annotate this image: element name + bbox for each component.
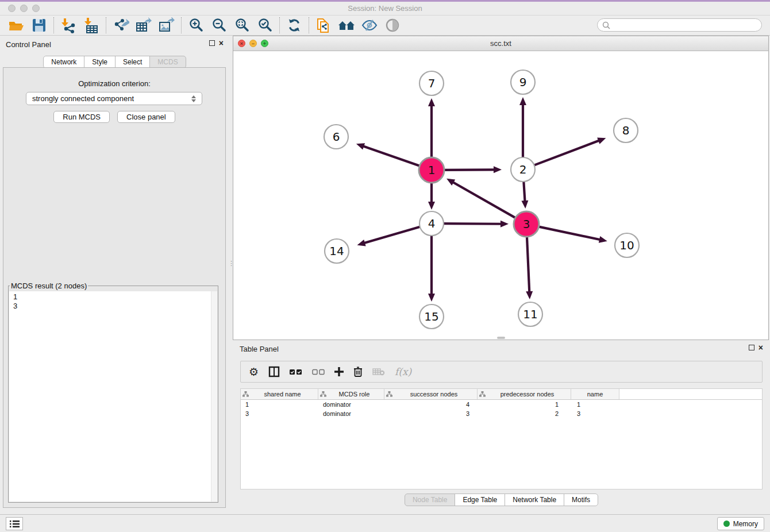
column-type-icon [242, 391, 249, 397]
refresh-button[interactable] [283, 17, 306, 34]
create-column-button[interactable] [334, 367, 344, 376]
cell-mcds-role[interactable]: dominator [318, 401, 384, 408]
mcds-result-text[interactable]: 1 3 [9, 291, 217, 502]
cell-shared-name[interactable]: 1 [241, 401, 318, 408]
zoom-in-button[interactable] [184, 17, 207, 34]
duplicate-network-button[interactable] [312, 17, 335, 34]
column-header-shared-name[interactable]: shared name [241, 389, 318, 399]
table-settings-button[interactable]: ⚙ [249, 365, 259, 379]
close-panel-icon[interactable]: × [219, 40, 224, 46]
tab-network[interactable]: Network [43, 56, 84, 68]
search-input[interactable] [613, 21, 757, 29]
table-panel-tabs: Node Table Edge Table Network Table Moti… [233, 494, 770, 506]
zoom-selected-button[interactable] [253, 17, 276, 34]
tab-node-table[interactable]: Node Table [405, 494, 456, 506]
float-panel-icon[interactable] [209, 40, 215, 46]
table-row[interactable]: 1 dominator 4 1 1 [241, 400, 762, 409]
result-line: 3 [13, 302, 217, 311]
export-image-button[interactable] [155, 17, 178, 34]
cell-name[interactable]: 1 [571, 401, 619, 408]
graph-edge-1-6[interactable] [362, 146, 420, 166]
network-view-window: × − + scc.txt 1234678910111415 [233, 36, 769, 340]
graph-node-label: 1 [428, 163, 436, 177]
zoom-selected-icon [257, 17, 273, 33]
table-row[interactable]: 3 dominator 3 2 3 [241, 409, 762, 418]
show-columns-button[interactable] [268, 366, 280, 377]
cell-successor-nodes[interactable]: 3 [384, 410, 478, 417]
graph-edge-4-3[interactable] [443, 223, 502, 224]
table-panel: Table Panel × ⚙ f(x) share [233, 342, 770, 510]
tab-mcds[interactable]: MCDS [149, 56, 186, 68]
cell-predecessor-nodes[interactable]: 1 [478, 401, 571, 408]
network-graph[interactable]: 1234678910111415 [233, 51, 768, 340]
home-view-button[interactable] [335, 17, 358, 34]
hide-graphics-button[interactable] [358, 17, 381, 34]
graph-node-label: 7 [428, 76, 436, 90]
close-panel-button[interactable]: Close panel [117, 111, 175, 123]
graph-edge-1-2[interactable] [444, 169, 495, 170]
graph-arrowhead [500, 221, 509, 228]
graph-edge-2-3[interactable] [523, 181, 525, 202]
memory-button[interactable]: Memory [717, 517, 764, 530]
cell-successor-nodes[interactable]: 4 [384, 401, 478, 408]
graph-edge-3-1[interactable] [452, 182, 516, 218]
show-tasks-button[interactable] [6, 517, 23, 530]
function-builder-button[interactable]: f(x) [395, 366, 411, 377]
run-mcds-button[interactable]: Run MCDS [53, 111, 110, 123]
save-session-button[interactable] [28, 17, 51, 34]
zoom-out-button[interactable] [207, 17, 230, 34]
export-network-button[interactable] [109, 17, 132, 34]
column-header-mcds-role[interactable]: MCDS role [318, 389, 384, 399]
criterion-select[interactable]: strongly connected component [26, 92, 202, 105]
refresh-icon [286, 17, 302, 33]
graph-edge-4-14[interactable] [363, 227, 421, 244]
network-scrollbar-handle[interactable] [497, 337, 505, 339]
graph-edge-2-8[interactable] [534, 140, 600, 165]
columns-icon [268, 366, 280, 377]
birdseye-view-button[interactable] [381, 17, 404, 34]
toolbar-separator [106, 17, 106, 33]
graph-node-label: 14 [329, 244, 344, 258]
open-session-button[interactable] [5, 17, 28, 34]
export-table-button[interactable] [132, 17, 155, 34]
unselect-all-columns-button[interactable] [312, 369, 325, 375]
cell-shared-name[interactable]: 3 [241, 410, 318, 417]
delete-table-icon [372, 368, 385, 376]
search-icon [602, 21, 610, 29]
tab-network-table[interactable]: Network Table [505, 494, 564, 506]
column-header-successor-nodes[interactable]: successor nodes [384, 389, 478, 399]
column-header-name[interactable]: name [571, 389, 619, 399]
tab-edge-table[interactable]: Edge Table [455, 494, 505, 506]
network-canvas[interactable]: 1234678910111415 [233, 51, 768, 340]
tab-style[interactable]: Style [84, 56, 116, 68]
graph-arrowhead [428, 294, 435, 302]
cell-name[interactable]: 3 [571, 410, 619, 417]
tab-select[interactable]: Select [115, 56, 150, 68]
save-disk-icon [32, 18, 47, 33]
zoom-fit-button[interactable] [230, 17, 253, 34]
trash-icon [353, 367, 363, 377]
import-network-button[interactable] [57, 17, 80, 34]
delete-column-button[interactable] [353, 367, 363, 377]
zoom-fit-icon [234, 17, 250, 33]
task-list-icon [10, 520, 20, 528]
cell-mcds-role[interactable]: dominator [318, 410, 384, 417]
column-header-predecessor-nodes[interactable]: predecessor nodes [478, 389, 571, 399]
graph-edge-3-10[interactable] [538, 226, 601, 240]
search-field[interactable] [597, 18, 762, 32]
import-network-icon [60, 17, 76, 33]
select-all-columns-button[interactable] [290, 369, 302, 375]
result-scrollbar[interactable] [211, 291, 217, 502]
zoom-out-icon [211, 17, 227, 33]
graph-arrowhead [357, 240, 366, 246]
toolbar-separator [309, 17, 309, 33]
network-window-titlebar[interactable]: × − + scc.txt [233, 36, 768, 51]
float-table-panel-icon[interactable] [749, 345, 754, 350]
close-table-panel-icon[interactable]: × [759, 345, 763, 350]
cell-predecessor-nodes[interactable]: 2 [478, 410, 571, 417]
mcds-panel: Optimization criterion: strongly connect… [3, 67, 226, 508]
graph-edge-3-11[interactable] [527, 236, 529, 293]
tab-motifs[interactable]: Motifs [564, 494, 598, 506]
delete-table-button[interactable] [372, 368, 385, 376]
import-table-button[interactable] [80, 17, 103, 34]
